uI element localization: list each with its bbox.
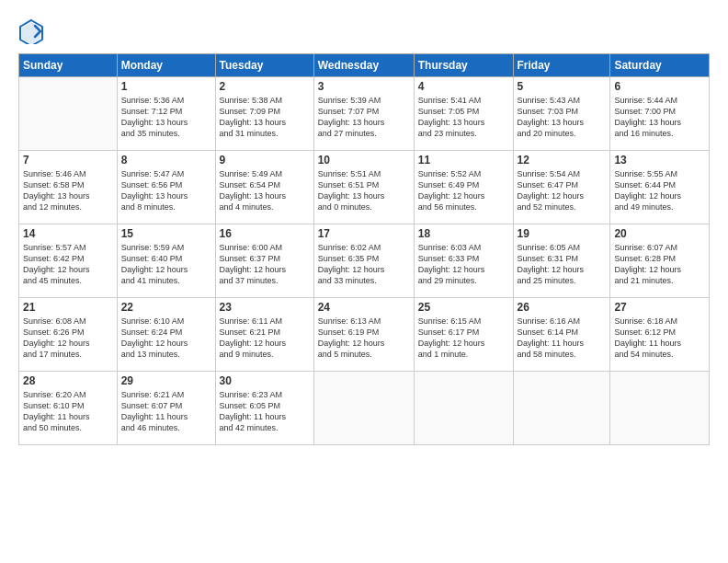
- day-number: 23: [220, 301, 310, 314]
- day-info: Sunrise: 6:10 AM Sunset: 6:24 PM Dayligh…: [121, 316, 211, 361]
- day-info: Sunrise: 5:49 AM Sunset: 6:54 PM Dayligh…: [220, 168, 310, 213]
- calendar-cell: 3Sunrise: 5:39 AM Sunset: 7:07 PM Daylig…: [313, 77, 414, 151]
- day-info: Sunrise: 6:03 AM Sunset: 6:33 PM Dayligh…: [418, 242, 509, 287]
- weekday-header-sunday: Sunday: [19, 54, 118, 77]
- calendar-week-row: 21Sunrise: 6:08 AM Sunset: 6:26 PM Dayli…: [19, 298, 710, 372]
- day-info: Sunrise: 6:15 AM Sunset: 6:17 PM Dayligh…: [418, 316, 509, 361]
- calendar-cell: 14Sunrise: 5:57 AM Sunset: 6:42 PM Dayli…: [19, 224, 118, 298]
- calendar-cell: 28Sunrise: 6:20 AM Sunset: 6:10 PM Dayli…: [19, 372, 118, 445]
- day-info: Sunrise: 6:23 AM Sunset: 6:05 PM Dayligh…: [220, 389, 310, 434]
- day-number: 4: [418, 80, 509, 93]
- day-number: 27: [614, 301, 705, 314]
- day-number: 19: [518, 227, 607, 240]
- calendar-cell: 27Sunrise: 6:18 AM Sunset: 6:12 PM Dayli…: [610, 298, 710, 372]
- day-number: 28: [23, 374, 113, 387]
- calendar-cell: 8Sunrise: 5:47 AM Sunset: 6:56 PM Daylig…: [117, 151, 215, 224]
- calendar-cell: 12Sunrise: 5:54 AM Sunset: 6:47 PM Dayli…: [513, 151, 610, 224]
- day-info: Sunrise: 5:55 AM Sunset: 6:44 PM Dayligh…: [614, 168, 705, 213]
- day-info: Sunrise: 6:05 AM Sunset: 6:31 PM Dayligh…: [518, 242, 607, 287]
- day-number: 3: [318, 80, 410, 93]
- weekday-header-saturday: Saturday: [610, 54, 710, 77]
- calendar-cell: 17Sunrise: 6:02 AM Sunset: 6:35 PM Dayli…: [313, 224, 414, 298]
- day-info: Sunrise: 5:41 AM Sunset: 7:05 PM Dayligh…: [418, 95, 509, 140]
- calendar-cell: 18Sunrise: 6:03 AM Sunset: 6:33 PM Dayli…: [414, 224, 513, 298]
- day-number: 10: [318, 154, 410, 167]
- calendar-cell: 26Sunrise: 6:16 AM Sunset: 6:14 PM Dayli…: [513, 298, 610, 372]
- day-number: 18: [418, 227, 509, 240]
- day-info: Sunrise: 5:46 AM Sunset: 6:58 PM Dayligh…: [23, 168, 113, 213]
- weekday-header-thursday: Thursday: [414, 54, 513, 77]
- calendar-cell: 4Sunrise: 5:41 AM Sunset: 7:05 PM Daylig…: [414, 77, 513, 151]
- day-number: 24: [318, 301, 410, 314]
- day-number: 12: [518, 154, 607, 167]
- calendar-cell: 11Sunrise: 5:52 AM Sunset: 6:49 PM Dayli…: [414, 151, 513, 224]
- calendar-cell: 5Sunrise: 5:43 AM Sunset: 7:03 PM Daylig…: [513, 77, 610, 151]
- day-number: 7: [23, 154, 113, 167]
- day-info: Sunrise: 5:36 AM Sunset: 7:12 PM Dayligh…: [121, 95, 211, 140]
- day-info: Sunrise: 5:54 AM Sunset: 6:47 PM Dayligh…: [518, 168, 607, 213]
- day-number: 11: [418, 154, 509, 167]
- weekday-header-wednesday: Wednesday: [313, 54, 414, 77]
- day-number: 15: [121, 227, 211, 240]
- calendar-cell: 6Sunrise: 5:44 AM Sunset: 7:00 PM Daylig…: [610, 77, 710, 151]
- day-number: 16: [220, 227, 310, 240]
- calendar-cell: 2Sunrise: 5:38 AM Sunset: 7:09 PM Daylig…: [215, 77, 313, 151]
- day-number: 8: [121, 154, 211, 167]
- day-number: 14: [23, 227, 113, 240]
- day-info: Sunrise: 6:18 AM Sunset: 6:12 PM Dayligh…: [614, 316, 705, 361]
- logo: [18, 18, 48, 44]
- logo-icon: [18, 18, 44, 44]
- weekday-header-row: SundayMondayTuesdayWednesdayThursdayFrid…: [19, 54, 710, 77]
- calendar-cell: [19, 77, 118, 151]
- day-info: Sunrise: 6:16 AM Sunset: 6:14 PM Dayligh…: [518, 316, 607, 361]
- day-number: 25: [418, 301, 509, 314]
- day-number: 21: [23, 301, 113, 314]
- day-info: Sunrise: 5:39 AM Sunset: 7:07 PM Dayligh…: [318, 95, 410, 140]
- calendar-cell: [610, 372, 710, 445]
- calendar-cell: [414, 372, 513, 445]
- day-number: 30: [220, 374, 310, 387]
- day-info: Sunrise: 5:47 AM Sunset: 6:56 PM Dayligh…: [121, 168, 211, 213]
- day-info: Sunrise: 6:13 AM Sunset: 6:19 PM Dayligh…: [318, 316, 410, 361]
- day-info: Sunrise: 5:59 AM Sunset: 6:40 PM Dayligh…: [121, 242, 211, 287]
- day-info: Sunrise: 6:11 AM Sunset: 6:21 PM Dayligh…: [220, 316, 310, 361]
- day-info: Sunrise: 6:00 AM Sunset: 6:37 PM Dayligh…: [220, 242, 310, 287]
- day-info: Sunrise: 5:44 AM Sunset: 7:00 PM Dayligh…: [614, 95, 705, 140]
- calendar-cell: 15Sunrise: 5:59 AM Sunset: 6:40 PM Dayli…: [117, 224, 215, 298]
- calendar-cell: 16Sunrise: 6:00 AM Sunset: 6:37 PM Dayli…: [215, 224, 313, 298]
- calendar-cell: 20Sunrise: 6:07 AM Sunset: 6:28 PM Dayli…: [610, 224, 710, 298]
- day-number: 17: [318, 227, 410, 240]
- day-number: 20: [614, 227, 705, 240]
- day-info: Sunrise: 6:21 AM Sunset: 6:07 PM Dayligh…: [121, 389, 211, 434]
- calendar-cell: 7Sunrise: 5:46 AM Sunset: 6:58 PM Daylig…: [19, 151, 118, 224]
- day-info: Sunrise: 6:08 AM Sunset: 6:26 PM Dayligh…: [23, 316, 113, 361]
- day-number: 1: [121, 80, 211, 93]
- weekday-header-friday: Friday: [513, 54, 610, 77]
- day-info: Sunrise: 5:51 AM Sunset: 6:51 PM Dayligh…: [318, 168, 410, 213]
- day-info: Sunrise: 6:20 AM Sunset: 6:10 PM Dayligh…: [23, 389, 113, 434]
- calendar-cell: 19Sunrise: 6:05 AM Sunset: 6:31 PM Dayli…: [513, 224, 610, 298]
- day-info: Sunrise: 6:07 AM Sunset: 6:28 PM Dayligh…: [614, 242, 705, 287]
- day-number: 13: [614, 154, 705, 167]
- calendar-cell: 29Sunrise: 6:21 AM Sunset: 6:07 PM Dayli…: [117, 372, 215, 445]
- calendar-cell: 9Sunrise: 5:49 AM Sunset: 6:54 PM Daylig…: [215, 151, 313, 224]
- weekday-header-tuesday: Tuesday: [215, 54, 313, 77]
- day-info: Sunrise: 5:43 AM Sunset: 7:03 PM Dayligh…: [518, 95, 607, 140]
- day-number: 9: [220, 154, 310, 167]
- day-info: Sunrise: 5:52 AM Sunset: 6:49 PM Dayligh…: [418, 168, 509, 213]
- calendar-cell: 25Sunrise: 6:15 AM Sunset: 6:17 PM Dayli…: [414, 298, 513, 372]
- calendar-cell: [513, 372, 610, 445]
- day-info: Sunrise: 5:38 AM Sunset: 7:09 PM Dayligh…: [220, 95, 310, 140]
- day-number: 6: [614, 80, 705, 93]
- calendar-cell: 22Sunrise: 6:10 AM Sunset: 6:24 PM Dayli…: [117, 298, 215, 372]
- day-info: Sunrise: 5:57 AM Sunset: 6:42 PM Dayligh…: [23, 242, 113, 287]
- day-number: 5: [518, 80, 607, 93]
- calendar-week-row: 14Sunrise: 5:57 AM Sunset: 6:42 PM Dayli…: [19, 224, 710, 298]
- calendar-cell: 10Sunrise: 5:51 AM Sunset: 6:51 PM Dayli…: [313, 151, 414, 224]
- calendar-table: SundayMondayTuesdayWednesdayThursdayFrid…: [18, 53, 710, 445]
- calendar-week-row: 28Sunrise: 6:20 AM Sunset: 6:10 PM Dayli…: [19, 372, 710, 445]
- calendar-cell: 24Sunrise: 6:13 AM Sunset: 6:19 PM Dayli…: [313, 298, 414, 372]
- day-number: 22: [121, 301, 211, 314]
- day-info: Sunrise: 6:02 AM Sunset: 6:35 PM Dayligh…: [318, 242, 410, 287]
- day-number: 26: [518, 301, 607, 314]
